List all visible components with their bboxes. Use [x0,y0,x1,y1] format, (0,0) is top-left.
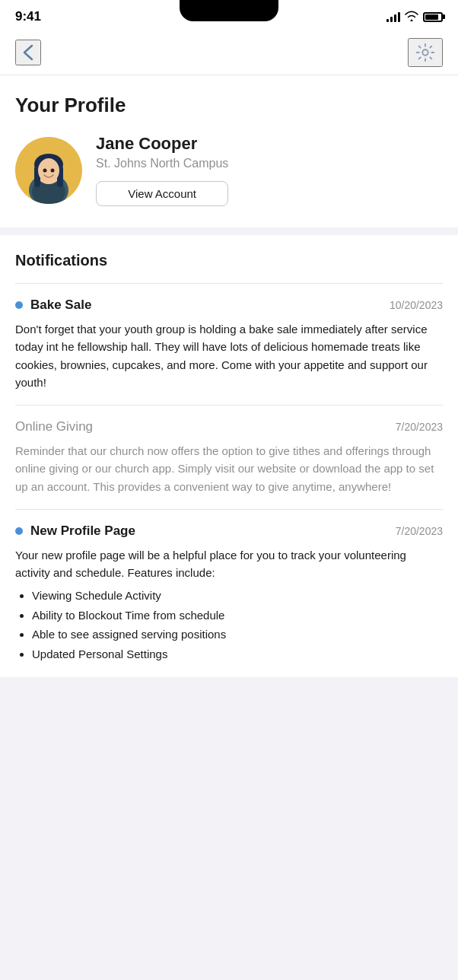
notification-new-profile[interactable]: New Profile Page 7/20/2023 Your new prof… [15,509,443,678]
notification-body: Reminder that our church now offers the … [15,442,443,495]
notification-header: Online Giving 7/20/2023 [15,419,443,434]
unread-dot [15,527,23,535]
user-campus: St. Johns North Campus [96,157,228,170]
svg-point-8 [38,158,59,183]
status-time: 9:41 [15,9,41,24]
notification-title: Bake Sale [30,298,91,313]
section-divider [0,228,458,235]
notification-title-row: Bake Sale [15,298,91,313]
unread-dot [15,301,23,309]
list-item: Updated Personal Settings [32,644,443,664]
notification-online-giving[interactable]: Online Giving 7/20/2023 Reminder that ou… [15,405,443,509]
battery-icon [423,12,443,22]
svg-point-9 [43,168,47,172]
user-name: Jane Cooper [96,134,228,154]
view-account-button[interactable]: View Account [96,181,228,206]
avatar [15,137,82,204]
list-item: Viewing Schedule Activity [32,586,443,606]
notch [180,0,278,21]
main-content: Your Profile [0,75,458,677]
profile-info: Jane Cooper St. Johns North Campus View … [15,134,443,206]
list-item: Able to see assigned serving positions [32,625,443,644]
notification-date: 7/20/2023 [396,525,443,537]
notification-date: 10/20/2023 [390,299,443,311]
svg-point-0 [422,49,428,55]
status-icons [386,11,443,24]
signal-bars-icon [386,11,400,22]
notifications-section: Notifications Bake Sale 10/20/2023 Don't… [0,235,458,677]
notification-bake-sale[interactable]: Bake Sale 10/20/2023 Don't forget that y… [15,283,443,405]
svg-point-10 [51,168,55,172]
settings-button[interactable] [408,38,443,67]
notification-body: Don't forget that your youth group is ho… [15,320,443,391]
profile-section: Your Profile [0,75,458,228]
notification-title-row: Online Giving [15,419,93,434]
feature-list: Viewing Schedule Activity Ability to Blo… [15,586,443,663]
notification-body: Your new profile page will be a helpful … [15,546,443,582]
notification-header: New Profile Page 7/20/2023 [15,523,443,539]
list-item: Ability to Blockout Time from schedule [32,606,443,625]
status-bar: 9:41 [0,0,458,30]
notification-title: New Profile Page [30,523,135,539]
notifications-title: Notifications [15,252,443,269]
notification-header: Bake Sale 10/20/2023 [15,298,443,313]
page-title: Your Profile [15,94,443,117]
notification-title: Online Giving [15,419,93,434]
wifi-icon [405,11,418,24]
nav-bar [0,30,458,75]
back-button[interactable] [15,40,41,65]
profile-details: Jane Cooper St. Johns North Campus View … [96,134,228,206]
notification-title-row: New Profile Page [15,523,135,539]
notification-date: 7/20/2023 [396,421,443,433]
